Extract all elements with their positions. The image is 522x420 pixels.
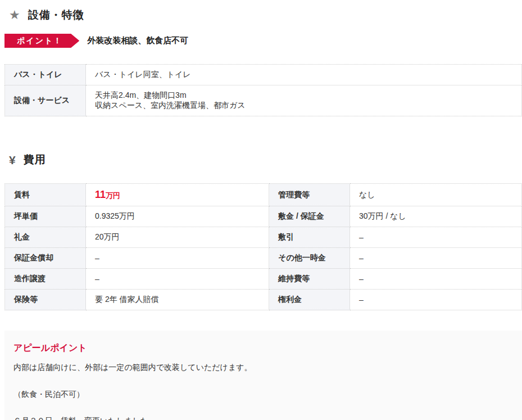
row-value: – bbox=[350, 290, 522, 310]
table-row: 設備・サービス 天井高2.4m、建物間口3m 収納スペース、室内洗濯機置場、都市… bbox=[5, 85, 522, 116]
rent-unit: 万円 bbox=[106, 191, 120, 200]
rent-value: 11万円 bbox=[86, 184, 269, 206]
row-value: – bbox=[350, 227, 522, 248]
appeal-title: アピールポイント bbox=[13, 342, 513, 354]
cost-section-title: 費用 bbox=[24, 152, 46, 167]
row-label: 坪単価 bbox=[5, 206, 86, 227]
table-row: 賃料 11万円 管理費等 なし bbox=[5, 184, 522, 206]
row-label: 権利金 bbox=[269, 290, 350, 310]
row-value: 30万円 / なし bbox=[350, 206, 522, 227]
row-value: 天井高2.4m、建物間口3m 収納スペース、室内洗濯機置場、都市ガス bbox=[86, 85, 522, 116]
property-detail-page: ★ 設備・特徴 ポイント！ 外装改装相談、飲食店不可 バス・トイレ バス・トイレ… bbox=[0, 0, 522, 420]
star-icon: ★ bbox=[9, 9, 20, 21]
row-label: 敷引 bbox=[269, 227, 350, 248]
table-row: 坪単価 0.9325万円 敷金 / 保証金 30万円 / なし bbox=[5, 206, 522, 227]
point-badge: ポイント！ bbox=[4, 34, 79, 48]
row-label: 管理費等 bbox=[269, 184, 350, 206]
table-row: 礼金 20万円 敷引 – bbox=[5, 227, 522, 248]
row-value: バス・トイレ同室、トイレ bbox=[86, 65, 522, 85]
row-label: 保証金償却 bbox=[5, 248, 86, 269]
features-table: バス・トイレ バス・トイレ同室、トイレ 設備・サービス 天井高2.4m、建物間口… bbox=[4, 64, 522, 116]
row-label: 敷金 / 保証金 bbox=[269, 206, 350, 227]
row-label: 設備・サービス bbox=[5, 85, 86, 116]
row-value: – bbox=[86, 269, 269, 290]
table-row: 造作譲渡 – 維持費等 – bbox=[5, 269, 522, 290]
table-row: 保証金償却 – その他一時金 – bbox=[5, 248, 522, 269]
row-value: 0.9325万円 bbox=[86, 206, 269, 227]
appeal-line: （飲食・民泊不可） bbox=[13, 389, 513, 400]
row-value: なし bbox=[350, 184, 522, 206]
row-value: 20万円 bbox=[86, 227, 269, 248]
rent-amount: 11 bbox=[95, 189, 106, 200]
row-label: バス・トイレ bbox=[5, 65, 86, 85]
row-label: その他一時金 bbox=[269, 248, 350, 269]
cost-section: ¥ 費用 賃料 11万円 管理費等 なし 坪単価 0.9325万円 敷金 / 保… bbox=[0, 144, 522, 310]
cost-table: 賃料 11万円 管理費等 なし 坪単価 0.9325万円 敷金 / 保証金 30… bbox=[4, 183, 522, 310]
cost-section-header: ¥ 費用 bbox=[0, 144, 522, 167]
row-label: 礼金 bbox=[5, 227, 86, 248]
row-value: – bbox=[350, 248, 522, 269]
appeal-line: ６月２０日、賃料、変更いたしました。 bbox=[13, 416, 513, 420]
appeal-section: アピールポイント 内部は店舗向けに、外部は一定の範囲内で改装していただけます。 … bbox=[4, 331, 522, 420]
row-label: 造作譲渡 bbox=[5, 269, 86, 290]
row-label: 維持費等 bbox=[269, 269, 350, 290]
features-section-title: 設備・特徴 bbox=[28, 8, 84, 22]
row-value-line: 天井高2.4m、建物間口3m bbox=[95, 91, 512, 101]
row-value: 要 2年 借家人賠償 bbox=[86, 290, 269, 310]
row-label: 賃料 bbox=[5, 184, 86, 206]
point-row: ポイント！ 外装改装相談、飲食店不可 bbox=[4, 34, 522, 48]
row-value: – bbox=[86, 248, 269, 269]
row-label: 保険等 bbox=[5, 290, 86, 310]
row-value-line: 収納スペース、室内洗濯機置場、都市ガス bbox=[95, 101, 512, 111]
yen-icon: ¥ bbox=[9, 154, 16, 166]
appeal-line: 内部は店舗向けに、外部は一定の範囲内で改装していただけます。 bbox=[13, 362, 513, 373]
table-row: バス・トイレ バス・トイレ同室、トイレ bbox=[5, 65, 522, 85]
row-value: – bbox=[350, 269, 522, 290]
features-section-header: ★ 設備・特徴 bbox=[0, 0, 522, 22]
table-row: 保険等 要 2年 借家人賠償 権利金 – bbox=[5, 290, 522, 310]
point-text: 外装改装相談、飲食店不可 bbox=[87, 35, 188, 46]
